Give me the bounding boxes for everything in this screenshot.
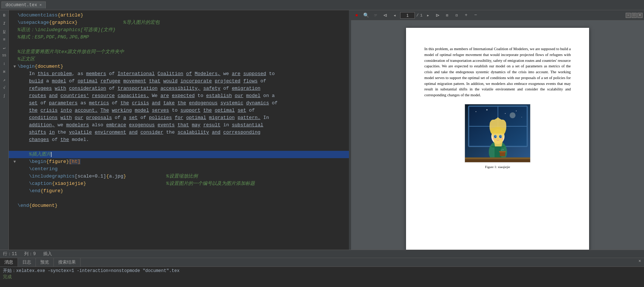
editor-line: In this problem, as members of Internati… — [9, 70, 349, 78]
pdf-zoom-out-icon[interactable]: − — [472, 11, 480, 19]
editor-line: \centering — [9, 165, 349, 173]
tab-preview[interactable]: 预览 — [36, 258, 54, 266]
bottom-tab-bar: 消息 日志 预览 搜索结果 × — [0, 258, 644, 267]
editor-line: the crisis into account. The working mod… — [9, 107, 349, 114]
line-content: changes of the model. — [18, 136, 346, 144]
editor-line: changes of the model. — [9, 136, 349, 144]
pdf-maximize-button[interactable]: □ — [632, 13, 637, 18]
pdf-paragraph: In this problem, as members of Internati… — [424, 46, 571, 98]
fold-gutter — [12, 34, 18, 34]
pdf-next-section-icon[interactable]: ⊳ — [433, 11, 442, 19]
line-content: build a model of optimal refugee movemen… — [18, 78, 346, 85]
tab-log[interactable]: 日志 — [18, 258, 36, 266]
line-content: %格式：ESP,PDF,PNG,JPG,BMP — [18, 34, 346, 41]
pdf-close-button[interactable]: × — [637, 13, 643, 18]
line-content: \end{document} — [18, 202, 346, 209]
editor-line: ▼ \begin{document} — [9, 63, 349, 70]
main-content: B I U ≡ ↵ SS ↕ ⌘ ↗ √ ∫ \documentclass{ar… — [0, 10, 644, 250]
check-icon[interactable]: √ — [1, 84, 8, 92]
pdf-page-separator: / — [416, 13, 419, 18]
editor-line: \includegraphics[scale=0.1]{a.jpg} %设置缩放… — [9, 173, 349, 180]
fold-gutter — [12, 92, 18, 93]
fold-gutter — [12, 144, 18, 144]
fold-gutter — [12, 26, 18, 27]
line-content: the crisis into account. The working mod… — [18, 107, 346, 114]
fold-gutter — [12, 19, 18, 20]
italic-icon[interactable]: I — [1, 20, 8, 27]
editor-line-selected: %插入图片 — [9, 151, 349, 158]
line-content: \includegraphics[scale=0.1]{a.jpg} %设置缩放… — [18, 173, 346, 180]
pdf-figure-image — [465, 104, 531, 163]
fold-gutter[interactable]: ▼ — [12, 63, 18, 70]
tab-search-results[interactable]: 搜索结果 — [54, 258, 81, 266]
pdf-figure-container: Figure 1: xiaojiejie — [424, 104, 571, 170]
left-sidebar: B I U ≡ ↵ SS ↕ ⌘ ↗ √ ∫ — [0, 10, 9, 250]
editor-line: %正文区 — [9, 56, 349, 63]
pdf-prev-icon[interactable]: ◂ — [391, 11, 399, 19]
bottom-panel-close-button[interactable]: × — [636, 258, 644, 266]
pdf-page-input[interactable] — [400, 12, 415, 19]
pdf-fit-width-icon[interactable]: ⊟ — [453, 11, 461, 19]
pdf-zoom-in-icon[interactable]: + — [462, 11, 470, 19]
svg-point-7 — [505, 113, 506, 114]
editor-line: refugees with consideration of transport… — [9, 85, 349, 92]
editor-line: %注意需要将图片与tex源文件放在同一个文件夹中 — [9, 48, 349, 56]
editor-line: %格式：ESP,PDF,PNG,JPG,BMP — [9, 34, 349, 41]
editor-area[interactable]: \documentclass{article} \usepackage{grap… — [9, 10, 349, 250]
svg-point-15 — [495, 135, 496, 138]
return-icon[interactable]: ↵ — [1, 44, 8, 51]
expand-icon[interactable]: ↕ — [1, 60, 8, 67]
editor-line — [9, 144, 349, 151]
underline-icon[interactable]: U — [1, 28, 8, 35]
pdf-content[interactable]: In this problem, as members of Internati… — [351, 20, 644, 250]
line-content: %注意需要将图片与tex源文件放在同一个文件夹中 — [18, 48, 346, 56]
fold-gutter — [12, 165, 18, 166]
list-icon[interactable]: ≡ — [1, 36, 8, 43]
pdf-prev-section-icon[interactable]: ⊲ — [381, 11, 389, 19]
fold-gutter — [12, 107, 18, 108]
line-content: In this problem, as members of Internati… — [18, 70, 346, 78]
status-bar: 行：11 列：9 插入 — [0, 250, 644, 258]
editor-line: \usepackage{graphicx} %导入图片的宏包 — [9, 19, 349, 26]
pdf-fit-icon[interactable]: ⊞ — [443, 11, 451, 19]
editor-tab[interactable]: document.tex × — [1, 1, 46, 8]
editor-line — [9, 41, 349, 48]
arrow-icon[interactable]: ↗ — [1, 76, 8, 83]
editor-line: ▼ \begin{figure}[ht] — [9, 158, 349, 165]
pdf-text: In this problem, as members of Internati… — [424, 47, 571, 97]
tab-message[interactable]: 消息 — [0, 258, 18, 266]
line-content: \centering — [18, 165, 346, 173]
top-bar: document.tex × — [0, 0, 644, 10]
svg-rect-22 — [499, 151, 506, 152]
sqrt-icon[interactable]: ∫ — [1, 92, 8, 100]
editor-line: addition, we modelers also embrace exoge… — [9, 122, 349, 129]
bold-icon[interactable]: B — [1, 12, 8, 19]
fold-gutter — [12, 195, 18, 195]
tab-close-button[interactable]: × — [39, 3, 42, 7]
line-content: conditions with our proposals of a set o… — [18, 114, 346, 122]
fold-gutter — [12, 187, 18, 188]
pdf-logo-icon: ■ — [353, 11, 361, 19]
svg-point-16 — [500, 135, 502, 138]
pdf-search-icon[interactable]: 🔍 — [362, 11, 370, 19]
fold-gutter[interactable]: ▼ — [12, 158, 18, 165]
line-content — [18, 144, 346, 151]
command-icon[interactable]: ⌘ — [1, 68, 8, 75]
svg-rect-21 — [500, 152, 505, 156]
fold-gutter — [12, 56, 18, 56]
command-line-2: 完成 — [3, 274, 641, 280]
pdf-hand-icon[interactable]: ☞ — [372, 11, 380, 19]
line-content: \usepackage{graphicx} %导入图片的宏包 — [18, 19, 346, 26]
bottom-panel: 消息 日志 预览 搜索结果 × 开始：xelatex.exe -synctex=… — [0, 258, 644, 287]
pdf-next-icon[interactable]: ▸ — [424, 11, 432, 19]
editor-line: set of parameters as metrics of the cris… — [9, 100, 349, 107]
editor-line: \end{figure} — [9, 187, 349, 195]
editor-line: shifts in the volatile environment and c… — [9, 129, 349, 136]
pdf-figure-caption: Figure 1: xiaojiejie — [485, 165, 510, 170]
status-line: 行：11 — [3, 251, 17, 257]
line-content: %插入图片 — [18, 151, 346, 158]
status-mode: 插入 — [43, 251, 52, 257]
svg-point-10 — [510, 112, 515, 118]
ss-icon[interactable]: SS — [1, 52, 8, 59]
pdf-minimize-button[interactable]: − — [626, 13, 631, 18]
